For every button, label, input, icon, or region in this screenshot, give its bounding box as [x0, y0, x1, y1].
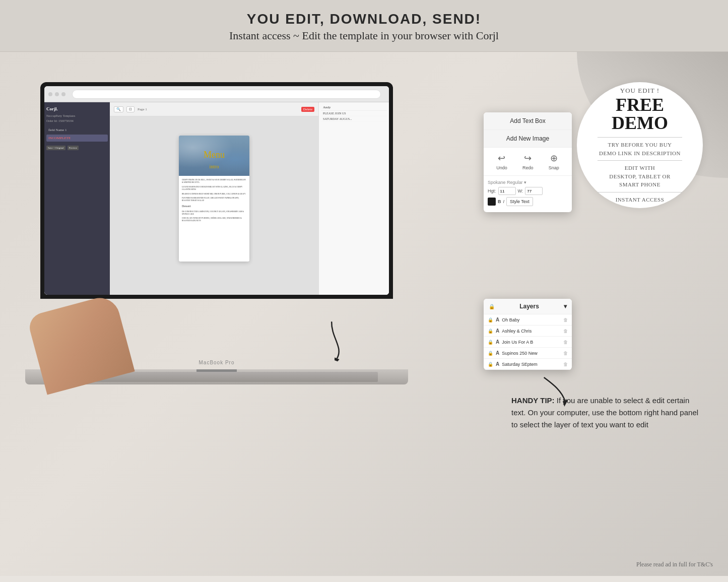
right-panel-pleasejoin: PLEASE JOIN US [321, 111, 387, 116]
layer-lock-icon-1: 🔒 [488, 317, 493, 322]
layer-type-5: A [496, 361, 499, 367]
action-buttons: Save + Original Preview [46, 146, 108, 150]
color-picker[interactable] [488, 198, 496, 206]
layers-header: 🔒 Layers ▾ [484, 299, 572, 314]
layer-name-join: Join Us For A B [502, 340, 561, 345]
layer-type-3: A [496, 339, 499, 345]
demo-instant: INSTANT ACCESS [616, 196, 665, 204]
page-label: Page 1 [138, 107, 147, 111]
menu-section-7: CHOCOLATE FONDANT PUDDING, CRÈME ANGLAIS… [182, 217, 246, 222]
main-content: Corjl. NoccupParty Templates Order Id: 1… [0, 52, 728, 576]
menu-section-2: LEAVED MARINATED CHICKEN BREAST WITH GLA… [182, 186, 246, 191]
layer-item-ashley[interactable]: 🔒 A Ashley & Chris 🗑 [484, 326, 572, 337]
handy-tip: HANDY TIP: If you are unable to select &… [511, 395, 703, 431]
hand-shape [26, 293, 135, 395]
width-label: W: [518, 188, 523, 193]
corjl-main-editor: 🔍 ⊡ Page 1 Delete Menu [110, 102, 318, 295]
menu-item-status[interactable]: INCOMPLETE [46, 135, 108, 142]
browser-dot-red [48, 92, 52, 96]
format-label: Spokane Regular ▾ [488, 180, 568, 185]
menu-section-4: PAN FRIED BARRAMUNDI FILLET, GRILLED SWE… [182, 197, 246, 202]
demo-smart-phone: SMART PHONE [619, 180, 660, 189]
toolbar-zoom[interactable]: 🔍 [114, 106, 123, 112]
layer-item-saturday[interactable]: 🔒 A Saturday SEptem 🗑 [484, 359, 572, 370]
snap-tool[interactable]: ⊕ Snap [549, 153, 559, 170]
corjl-sidebar: Corjl. NoccupParty Templates Order Id: 1… [44, 102, 110, 295]
redo-icon: ↪ [524, 153, 532, 164]
menu-card-preview: Menu intro CRISPY PEKING DUCK ROLL, SWEE… [179, 136, 249, 262]
menu-section-3: BRAISED GUINNESS BEEF SHORT RIB, ONION P… [182, 193, 246, 196]
screen-inner: Corjl. NoccupParty Templates Order Id: 1… [44, 86, 389, 295]
style-text-button[interactable]: Style Text [506, 197, 533, 206]
layers-panel: 🔒 Layers ▾ 🔒 A Oh Baby 🗑 🔒 A Ashley & Ch… [484, 299, 572, 370]
undo-tool[interactable]: ↩ Undo [496, 153, 507, 170]
right-panel-saturday: SATURDAY AUGUS... [321, 116, 387, 122]
panel-format-area: Spokane Regular ▾ Hgt: W: B I Style Text [484, 176, 572, 212]
layer-delete-4[interactable]: 🗑 [563, 351, 568, 356]
demo-you-edit: YOU EDIT ! [620, 87, 659, 95]
editor-toolbar: 🔍 ⊡ Page 1 Delete [110, 102, 318, 116]
corjl-panel-popup: Add Text Box Add New Image ↩ Undo ↪ Redo… [484, 112, 572, 212]
layers-chevron-icon[interactable]: ▾ [564, 303, 567, 310]
macbook-label: MacBook Pro [198, 360, 234, 365]
corjl-interface: Corjl. NoccupParty Templates Order Id: 1… [44, 102, 389, 295]
snap-icon: ⊕ [550, 153, 558, 164]
sidebar-btn-2[interactable]: Preview [68, 146, 79, 150]
menu-card-title: Menu intro [179, 150, 249, 171]
browser-chrome [44, 86, 389, 102]
handy-tip-bold: HANDY TIP: [511, 396, 555, 405]
corjl-logo: Corjl. [46, 106, 108, 111]
format-size-row: Hgt: W: [488, 187, 568, 195]
layer-delete-2[interactable]: 🗑 [563, 329, 568, 334]
handy-tip-text: HANDY TIP: If you are unable to select &… [511, 395, 703, 431]
templates-label: NoccupParty Templates [46, 114, 108, 117]
italic-btn[interactable]: I [503, 199, 505, 204]
add-text-box-button[interactable]: Add Text Box [484, 112, 572, 130]
demo-free-label: FREE [616, 96, 664, 114]
demo-try-before: TRY BEFORE YOU BUY [608, 141, 672, 149]
layer-lock-icon-4: 🔒 [488, 351, 493, 356]
right-panel-andy-label: Andy [321, 104, 387, 111]
corjl-right-panel: Andy PLEASE JOIN US SATURDAY AUGUS... [318, 102, 389, 295]
snap-label: Snap [549, 165, 559, 170]
menu-section-1: CRISPY PEKING DUCK ROLL, SWEET & SOUR CH… [182, 179, 246, 184]
layers-lock-icon: 🔒 [489, 304, 495, 309]
panel-tools-row: ↩ Undo ↪ Redo ⊕ Snap [484, 148, 572, 176]
undo-label: Undo [496, 165, 507, 170]
layer-item-supinos[interactable]: 🔒 A Supinos 250 New 🗑 [484, 348, 572, 359]
layer-lock-icon-2: 🔒 [488, 329, 493, 334]
layer-lock-icon-3: 🔒 [488, 340, 493, 345]
right-panel-andy: Andy PLEASE JOIN US SATURDAY AUGUS... [321, 104, 387, 122]
order-id: Order Id: 1500758194 [46, 119, 108, 122]
height-input[interactable] [498, 187, 516, 195]
menu-section-5: Dessert [182, 204, 246, 208]
address-bar[interactable] [72, 90, 381, 99]
demo-divider-1 [598, 137, 682, 138]
laptop-screen: Corjl. NoccupParty Templates Order Id: 1… [40, 82, 393, 299]
layer-item-join[interactable]: 🔒 A Join Us For A B 🗑 [484, 337, 572, 348]
bold-btn[interactable]: B [498, 199, 501, 204]
layer-item-oh-baby[interactable]: 🔒 A Oh Baby 🗑 [484, 314, 572, 326]
demo-link: DEMO LINK IN DESCRIPTION [599, 149, 681, 158]
delete-btn[interactable]: Delete [301, 107, 314, 112]
redo-tool[interactable]: ↪ Redo [522, 153, 534, 170]
field-label: field Name 1 [48, 128, 67, 132]
layer-delete-1[interactable]: 🗑 [563, 317, 568, 322]
demo-divider-2 [598, 160, 682, 161]
browser-dot-green [61, 92, 65, 96]
add-new-image-button[interactable]: Add New Image [484, 130, 572, 148]
demo-divider-3 [598, 192, 682, 192]
layer-type-1: A [496, 317, 499, 322]
toolbar-fit[interactable]: ⊡ [126, 106, 135, 112]
menu-item-field[interactable]: field Name 1 [46, 126, 108, 134]
sidebar-btn-1[interactable]: Save + Original [46, 146, 65, 150]
layer-name-oh-baby: Oh Baby [502, 317, 561, 322]
width-input[interactable] [525, 187, 543, 195]
demo-edit-with: EDIT WITH [625, 164, 655, 172]
layer-delete-5[interactable]: 🗑 [563, 362, 568, 367]
layer-delete-3[interactable]: 🗑 [563, 340, 568, 345]
layers-title: Layers [519, 303, 539, 310]
menu-card-body: CRISPY PEKING DUCK ROLL, SWEET & SOUR CH… [179, 176, 249, 227]
browser-dot-yellow [55, 92, 59, 96]
demo-demo-label: DEMO [612, 114, 668, 132]
